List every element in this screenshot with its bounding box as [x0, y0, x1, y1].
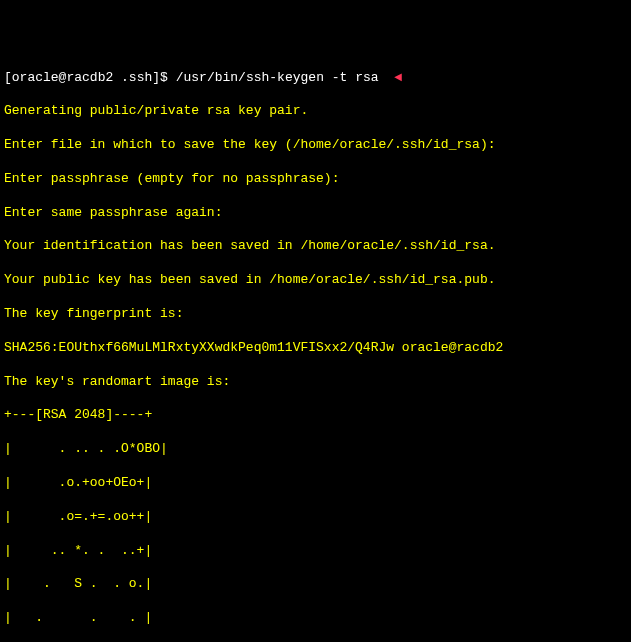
rsa-art-6: | . . . |	[4, 610, 627, 627]
command-rsa: /usr/bin/ssh-keygen -t rsa	[176, 70, 379, 85]
rsa-gen-line: Generating public/private rsa key pair.	[4, 103, 627, 120]
prompt-dir: .ssh	[121, 70, 152, 85]
rsa-enterfile: Enter file in which to save the key (/ho…	[4, 137, 627, 154]
rsa-pubsaved: Your public key has been saved in /home/…	[4, 272, 627, 289]
prompt-user-host: oracle@racdb2	[12, 70, 113, 85]
prompt-symbol: $	[160, 70, 168, 85]
rsa-art-5: | . S . . o.|	[4, 576, 627, 593]
rsa-idsaved: Your identification has been saved in /h…	[4, 238, 627, 255]
rsa-passphrase2: Enter same passphrase again:	[4, 205, 627, 222]
rsa-randlabel: The key's randomart image is:	[4, 374, 627, 391]
rsa-art-1: | . .. . .O*OBO|	[4, 441, 627, 458]
rsa-fplabel: The key fingerprint is:	[4, 306, 627, 323]
rsa-art-3: | .o=.+=.oo++|	[4, 509, 627, 526]
rsa-art-0: +---[RSA 2048]----+	[4, 407, 627, 424]
prompt-line-1[interactable]: [oracle@racdb2 .ssh]$ /usr/bin/ssh-keyge…	[4, 70, 627, 87]
rsa-art-2: | .o.+oo+OEo+|	[4, 475, 627, 492]
rsa-fp: SHA256:EOUthxf66MuLMlRxtyXXwdkPeq0m11VFI…	[4, 340, 627, 357]
rsa-passphrase: Enter passphrase (empty for no passphras…	[4, 171, 627, 188]
arrow-icon: ◄	[394, 70, 402, 85]
rsa-art-4: | .. *. . ..+|	[4, 543, 627, 560]
